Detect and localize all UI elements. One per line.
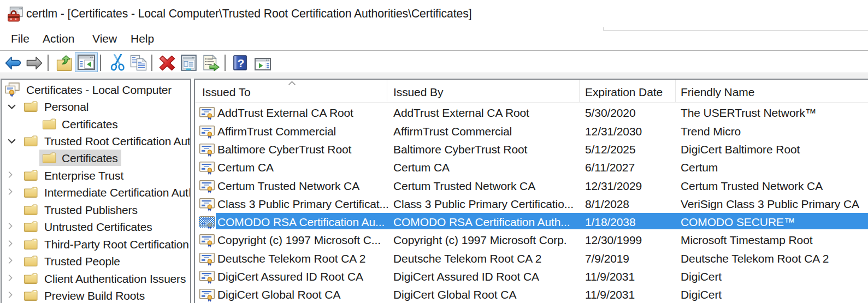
svg-text:?: ? [238,57,245,69]
